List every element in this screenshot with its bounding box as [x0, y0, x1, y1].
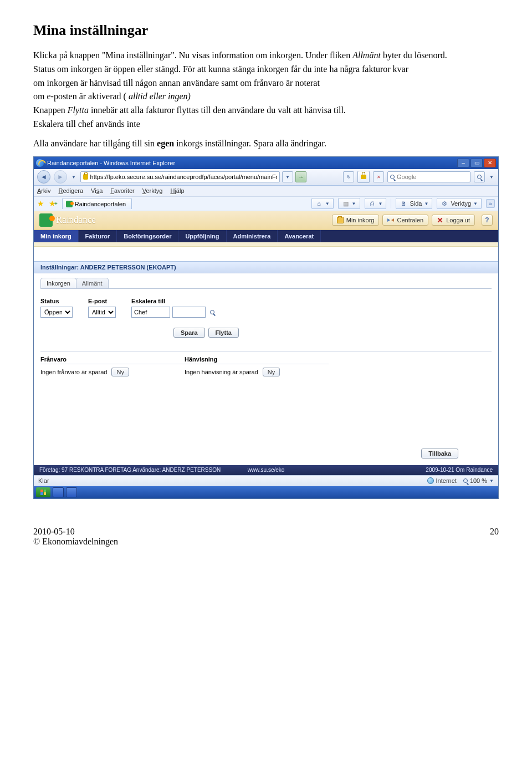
browser-menu-bar: Arkiv Redigera Visa Favoriter Verktyg Hj…: [34, 186, 498, 197]
search-provider-dropdown[interactable]: ▼: [488, 170, 495, 184]
tillbaka-button[interactable]: Tillbaka: [421, 449, 458, 459]
address-bar[interactable]: https://fp.eko.secure.su.se/raindancepro…: [80, 171, 280, 182]
minimize-button[interactable]: –: [457, 159, 469, 167]
paragraph: om e-posten är aktiverad ( alltid eller …: [33, 91, 499, 103]
footer-org: © Ekonomiavdelningen: [33, 537, 118, 547]
stop-button[interactable]: ✕: [373, 171, 384, 182]
zone-text: Internet: [436, 477, 457, 484]
browser-window: Raindanceportalen - Windows Internet Exp…: [33, 156, 499, 499]
min-inkorg-button[interactable]: Min inkorg: [332, 215, 380, 226]
menu-favoriter[interactable]: Favoriter: [110, 187, 134, 194]
menu-visa[interactable]: Visa: [91, 187, 103, 194]
tab-allmant[interactable]: Allmänt: [76, 278, 109, 289]
close-button[interactable]: ✕: [484, 159, 496, 167]
back-button[interactable]: ◄: [37, 170, 50, 184]
security-lock-icon[interactable]: [357, 171, 370, 183]
menu-fakturor[interactable]: Fakturor: [79, 230, 117, 242]
franvaro-text: Ingen frånvaro är sparad: [40, 369, 107, 375]
print-button[interactable]: ⎙▼: [365, 198, 387, 209]
zoom-icon: [463, 478, 468, 483]
ny-hanvisning-button[interactable]: Ny: [263, 368, 280, 376]
paragraph: om inkorgen är hänvisad till någon annan…: [33, 78, 499, 89]
footer-date: 2010-05-10: [33, 527, 118, 537]
paragraph: Status om inkorgen är öppen eller stängd…: [33, 64, 499, 75]
flytta-button[interactable]: Flytta: [208, 328, 239, 338]
ssl-lock-icon: [83, 174, 88, 180]
panel-title: Inställningar: ANDERZ PETERSSON (EKOAPT): [34, 261, 498, 273]
folder-icon: [337, 217, 344, 223]
favorites-icon[interactable]: ★: [37, 199, 44, 208]
taskbar-item[interactable]: [53, 487, 64, 497]
paragraph: Knappen Flytta innebär att alla fakturor…: [33, 105, 499, 116]
refresh-button[interactable]: ↻: [343, 171, 354, 182]
arrows-icon: [387, 217, 394, 223]
search-button[interactable]: [474, 171, 485, 182]
maximize-button[interactable]: ▭: [470, 159, 483, 167]
app-brand: Raindance: [56, 215, 96, 226]
hanvisning-heading: Hänvisning: [185, 356, 329, 363]
browser-tabs-row: ★ ★+ Raindanceportalen ⌂▼ ▤▼ ⎙▼ 🗎Sida▼ ⚙…: [34, 197, 498, 211]
footer-mid-text: www.su.se/eko: [248, 467, 285, 473]
app-logo-icon: [39, 213, 53, 227]
status-select[interactable]: Öppen: [40, 307, 73, 318]
menu-uppfoljning[interactable]: Uppföljning: [178, 230, 226, 242]
status-text: Klar: [38, 477, 49, 484]
eskalera-input[interactable]: [131, 307, 170, 318]
window-titlebar: Raindanceportalen - Windows Internet Exp…: [34, 157, 498, 169]
page-heading: Mina inställningar: [33, 22, 499, 39]
close-icon: [437, 217, 443, 223]
nav-history-dropdown[interactable]: ▼: [70, 170, 77, 184]
zoom-control[interactable]: 100 %▼: [463, 477, 494, 484]
browser-tab[interactable]: Raindanceportalen: [62, 198, 132, 209]
menu-avancerat[interactable]: Avancerat: [278, 230, 321, 242]
tab-inkorgen[interactable]: Inkorgen: [40, 278, 76, 289]
tab-favicon: [66, 201, 73, 207]
windows-taskbar: [34, 486, 498, 498]
lookup-icon[interactable]: [208, 308, 217, 317]
spara-button[interactable]: Spara: [173, 328, 205, 338]
address-dropdown[interactable]: ▼: [282, 171, 293, 182]
paragraph: Eskalera till chef används inte: [33, 119, 499, 130]
app-header: Raindance Min inkorg Centralen Logga ut …: [34, 211, 498, 230]
menu-administrera[interactable]: Administrera: [227, 230, 278, 242]
page-menu-button[interactable]: 🗎Sida▼: [396, 198, 432, 209]
url-text: https://fp.eko.secure.su.se/raindancepro…: [90, 174, 277, 180]
window-title: Raindanceportalen - Windows Internet Exp…: [47, 160, 175, 166]
footer-right-text: 2009-10-21 Om Raindance: [426, 467, 493, 473]
tab-label: Raindanceportalen: [75, 201, 126, 207]
start-button[interactable]: [36, 487, 50, 497]
home-button[interactable]: ⌂▼: [311, 198, 334, 209]
search-placeholder: Google: [397, 174, 416, 180]
menu-min-inkorg[interactable]: Min inkorg: [34, 230, 79, 242]
footer-left-text: Företag: 97 RESKONTRA FÖRETAG Användare:…: [39, 467, 221, 473]
ny-franvaro-button[interactable]: Ny: [111, 368, 129, 376]
logout-button[interactable]: Logga ut: [432, 215, 475, 226]
globe-icon: [427, 477, 434, 484]
eskalera-label: Eskalera till: [131, 298, 217, 304]
paragraph: Alla användare har tillgång till sin ege…: [33, 138, 499, 150]
hanvisning-text: Ingen hänvisning är sparad: [185, 369, 258, 375]
go-button[interactable]: →: [295, 171, 306, 182]
app-footer: Företag: 97 RESKONTRA FÖRETAG Användare:…: [34, 465, 498, 475]
tools-menu-button[interactable]: ⚙Verktyg▼: [437, 198, 482, 209]
ie-icon: [36, 159, 44, 167]
epost-label: E-post: [88, 298, 116, 304]
search-icon: [390, 175, 395, 179]
menu-redigera[interactable]: Redigera: [58, 187, 83, 194]
overflow-button[interactable]: »: [486, 199, 495, 208]
eskalera-code-input[interactable]: [172, 307, 206, 318]
menu-verktyg[interactable]: Verktyg: [142, 187, 163, 194]
menu-arkiv[interactable]: Arkiv: [37, 187, 50, 194]
help-button[interactable]: ?: [482, 215, 493, 226]
taskbar-item[interactable]: [66, 487, 77, 497]
paragraph: Klicka på knappen "Mina inställningar". …: [33, 50, 499, 62]
epost-select[interactable]: Alltid: [88, 307, 116, 318]
centralen-button[interactable]: Centralen: [382, 215, 428, 226]
menu-bokforingsorder[interactable]: Bokföringsorder: [117, 230, 178, 242]
feeds-button[interactable]: ▤▼: [338, 198, 360, 209]
menu-hjalp[interactable]: Hjälp: [170, 187, 184, 194]
browser-status-bar: Klar Internet 100 %▼: [34, 475, 498, 486]
search-box[interactable]: Google: [387, 171, 470, 182]
add-favorite-icon[interactable]: ★+: [49, 199, 58, 208]
forward-button[interactable]: ►: [54, 170, 67, 184]
